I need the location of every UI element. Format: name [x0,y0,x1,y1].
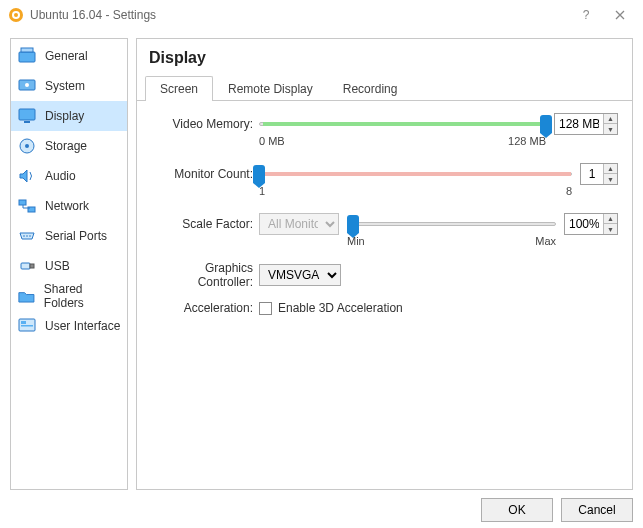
cancel-label: Cancel [578,503,615,517]
svg-rect-3 [19,52,35,62]
tab-pane-screen: Video Memory: 0 MB 128 MB ▲▼ [137,101,632,337]
tab-remote-display[interactable]: Remote Display [213,76,328,101]
video-memory-slider[interactable]: 0 MB 128 MB [259,115,546,133]
scale-factor-value[interactable] [565,217,603,231]
svg-rect-17 [30,264,34,268]
spin-up-icon[interactable]: ▲ [604,114,617,124]
scale-factor-label: Scale Factor: [151,217,259,231]
video-memory-max: 128 MB [508,135,546,147]
svg-point-2 [14,13,18,17]
page-title: Display [137,39,632,75]
svg-point-14 [26,235,28,237]
usb-icon [17,256,37,276]
titlebar: Ubuntu 16.04 - Settings ? [0,0,643,30]
user-interface-icon [17,316,37,336]
main-panel: Display Screen Remote Display Recording … [136,38,633,490]
spin-up-icon[interactable]: ▲ [604,214,617,224]
tab-recording[interactable]: Recording [328,76,413,101]
video-memory-label: Video Memory: [151,117,259,131]
tab-label: Remote Display [228,82,313,96]
sidebar-item-storage[interactable]: Storage [11,131,127,161]
sidebar-item-audio[interactable]: Audio [11,161,127,191]
window-title: Ubuntu 16.04 - Settings [30,8,569,22]
enable-3d-label: Enable 3D Acceleration [278,301,403,315]
ok-label: OK [508,503,525,517]
svg-rect-11 [19,200,26,205]
sidebar-item-network[interactable]: Network [11,191,127,221]
scale-factor-slider[interactable]: Min Max [347,215,556,233]
sidebar-item-label: Serial Ports [45,229,107,243]
monitor-count-label: Monitor Count: [151,167,259,181]
app-icon [8,7,24,23]
spin-down-icon[interactable]: ▼ [604,124,617,134]
video-memory-min: 0 MB [259,135,285,147]
sidebar-item-general[interactable]: General [11,41,127,71]
monitor-count-min: 1 [259,185,265,197]
svg-rect-16 [21,263,30,269]
sidebar-item-serial-ports[interactable]: Serial Ports [11,221,127,251]
row-acceleration: Acceleration: Enable 3D Acceleration [151,295,618,321]
monitor-count-max: 8 [566,185,572,197]
window-title-app: Ubuntu 16.04 [30,8,102,22]
tab-label: Recording [343,82,398,96]
display-icon [17,106,37,126]
serial-ports-icon [17,226,37,246]
spin-down-icon[interactable]: ▼ [604,174,617,184]
storage-icon [17,136,37,156]
sidebar-item-label: Display [45,109,84,123]
dialog-footer: OK Cancel [481,498,633,522]
svg-point-6 [25,83,29,87]
svg-rect-7 [19,109,35,120]
sidebar-item-usb[interactable]: USB [11,251,127,281]
sidebar-item-label: System [45,79,85,93]
monitor-count-slider[interactable]: 1 8 [259,165,572,183]
cancel-button[interactable]: Cancel [561,498,633,522]
enable-3d-checkbox[interactable] [259,302,272,315]
sidebar-item-label: USB [45,259,70,273]
svg-point-15 [29,235,31,237]
sidebar-item-label: Audio [45,169,76,183]
sidebar-item-label: General [45,49,88,63]
sidebar-item-label: Shared Folders [44,282,121,310]
video-memory-spinbox[interactable]: ▲▼ [554,113,618,135]
system-icon [17,76,37,96]
scale-max: Max [535,235,556,247]
svg-rect-20 [21,325,33,327]
audio-icon [17,166,37,186]
ok-button[interactable]: OK [481,498,553,522]
monitor-count-value[interactable] [581,167,603,181]
svg-point-10 [25,144,29,148]
graphics-controller-combo[interactable]: VMSVGA [259,264,341,286]
tab-screen[interactable]: Screen [145,76,213,101]
row-video-memory: Video Memory: 0 MB 128 MB ▲▼ [151,111,618,137]
sidebar-item-label: Network [45,199,89,213]
spin-up-icon[interactable]: ▲ [604,164,617,174]
sidebar-item-user-interface[interactable]: User Interface [11,311,127,341]
video-memory-value[interactable] [555,117,603,131]
svg-rect-19 [21,321,26,324]
acceleration-label: Acceleration: [151,301,259,315]
monitor-count-spinbox[interactable]: ▲▼ [580,163,618,185]
sidebar-item-display[interactable]: Display [11,101,127,131]
sidebar: General System Display Storage Audio Net… [10,38,128,490]
svg-point-13 [23,235,25,237]
svg-rect-4 [21,48,33,52]
close-button[interactable] [603,3,637,27]
svg-rect-8 [24,121,30,123]
sidebar-item-shared-folders[interactable]: Shared Folders [11,281,127,311]
help-button[interactable]: ? [569,3,603,27]
graphics-controller-label: Graphics Controller: [151,261,259,289]
row-graphics-controller: Graphics Controller: VMSVGA [151,261,618,289]
sidebar-item-system[interactable]: System [11,71,127,101]
window-title-suffix: Settings [113,8,156,22]
close-icon [615,10,625,20]
sidebar-item-label: User Interface [45,319,120,333]
tabs: Screen Remote Display Recording [137,75,632,101]
spin-down-icon[interactable]: ▼ [604,224,617,234]
row-scale-factor: Scale Factor: All Monitors Min Max [151,211,618,237]
scale-monitor-combo: All Monitors [259,213,339,235]
scale-factor-spinbox[interactable]: ▲▼ [564,213,618,235]
network-icon [17,196,37,216]
scale-min: Min [347,235,365,247]
general-icon [17,46,37,66]
